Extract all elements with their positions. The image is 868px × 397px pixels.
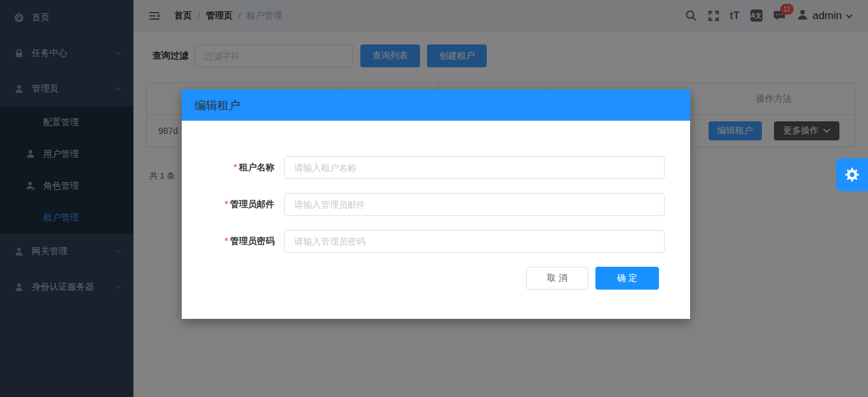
admin-email-input[interactable] <box>284 193 665 216</box>
tenant-name-input[interactable] <box>284 156 665 179</box>
edit-tenant-modal: 编辑租户 *租户名称 *管理员邮件 *管理员密码 取 消 确 定 <box>182 90 690 319</box>
required-marker: * <box>225 236 228 246</box>
admin-email-label: *管理员邮件 <box>182 199 275 210</box>
admin-password-row: *管理员密码 <box>182 230 690 253</box>
modal-header: 编辑租户 <box>182 90 690 121</box>
tenant-name-label: *租户名称 <box>182 162 275 173</box>
modal-title: 编辑租户 <box>194 98 240 113</box>
gear-icon <box>844 166 860 183</box>
admin-email-row: *管理员邮件 <box>182 193 690 216</box>
admin-password-label: *管理员密码 <box>182 236 275 247</box>
settings-gear-button[interactable] <box>836 158 868 191</box>
required-marker: * <box>225 199 228 209</box>
tenant-name-row: *租户名称 <box>182 156 690 179</box>
required-marker: * <box>234 162 237 172</box>
confirm-button[interactable]: 确 定 <box>595 267 659 290</box>
cancel-button[interactable]: 取 消 <box>526 267 588 290</box>
admin-password-input[interactable] <box>284 230 665 253</box>
